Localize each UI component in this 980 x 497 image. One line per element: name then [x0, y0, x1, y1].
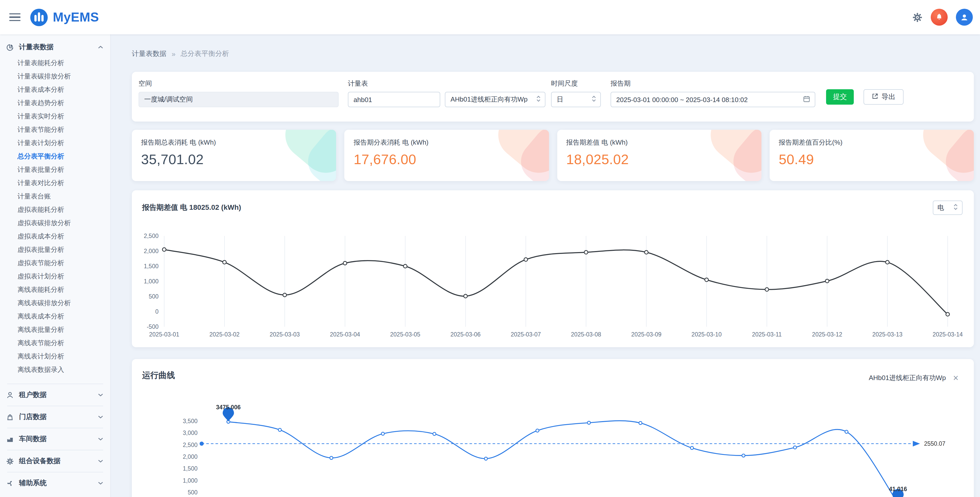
shop-icon — [6, 413, 14, 421]
sidebar-section-head[interactable]: 门店数据 — [0, 409, 110, 425]
sidebar-item[interactable]: 离线表碳排放分析 — [0, 297, 110, 310]
breadcrumb-parent[interactable]: 计量表数据 — [132, 49, 167, 59]
top-header: MyEMS — [0, 0, 980, 34]
sidebar-divider — [7, 450, 103, 450]
svg-text:41.016: 41.016 — [889, 486, 907, 492]
granularity-filter-group: 时间尺度 日 — [551, 79, 601, 107]
sidebar-item[interactable]: 虚拟表成本分析 — [0, 230, 110, 243]
granularity-select[interactable]: 日 — [551, 92, 601, 107]
meter-filter-group: 计量表 AHb01进线柜正向有功Wp — [348, 79, 546, 107]
sidebar-item[interactable]: 计量表计划分析 — [0, 137, 110, 150]
svg-text:2550.07: 2550.07 — [924, 440, 945, 447]
stat-card-value: 35,701.02 — [141, 152, 327, 168]
close-icon[interactable]: × — [953, 373, 958, 383]
hamburger-menu-icon[interactable] — [9, 13, 21, 21]
svg-text:500: 500 — [149, 293, 159, 300]
sidebar-section-head[interactable]: 组合设备数据 — [0, 453, 110, 469]
sidebar-item[interactable]: 离线表成本分析 — [0, 310, 110, 323]
sidebar-items: 计量表能耗分析计量表碳排放分析计量表成本分析计量表趋势分析计量表实时分析计量表节… — [0, 55, 110, 381]
updown-arrows-icon — [536, 95, 541, 103]
filter-card: 空间 计量表 AHb01进线柜正向有功Wp 时间尺度 — [132, 72, 974, 122]
sidebar-item[interactable]: 虚拟表计划分析 — [0, 270, 110, 283]
granularity-label: 时间尺度 — [551, 79, 601, 88]
svg-text:2,500: 2,500 — [144, 233, 159, 239]
fan-icon — [6, 479, 14, 487]
sidebar-item[interactable]: 离线表批量分析 — [0, 323, 110, 337]
sidebar-item[interactable]: 总分表平衡分析 — [0, 150, 110, 163]
trend-chart-title: 运行曲线 — [142, 370, 175, 381]
sidebar-item[interactable]: 计量表台账 — [0, 190, 110, 203]
trend-chart-card: 运行曲线 AHb01进线柜正向有功Wp × 3,5003,0002,5002,0… — [132, 359, 974, 497]
sidebar-section-label: 计量表数据 — [19, 43, 93, 52]
sidebar-item[interactable]: 计量表批量分析 — [0, 163, 110, 176]
meter-label: 计量表 — [348, 79, 546, 88]
submit-button[interactable]: 提交 — [826, 89, 854, 105]
sidebar-item[interactable]: 计量表成本分析 — [0, 83, 110, 97]
period-filter-group: 报告期 2025-03-01 00:00:00 ~ 2025-03-14 08:… — [611, 79, 815, 107]
svg-text:2025-03-09: 2025-03-09 — [632, 331, 662, 338]
export-button[interactable]: 导出 — [864, 89, 904, 105]
sidebar-item[interactable]: 离线表计划分析 — [0, 350, 110, 363]
settings-gear-icon[interactable] — [912, 12, 923, 22]
notifications-bell-icon[interactable] — [931, 9, 948, 25]
chevron-down-icon — [98, 438, 103, 441]
sidebar-section-head[interactable]: 计量表数据 — [0, 40, 110, 55]
sidebar-item[interactable]: 计量表趋势分析 — [0, 97, 110, 110]
calendar-icon — [803, 95, 810, 104]
chevron-down-icon — [98, 394, 103, 397]
brand-logo[interactable]: MyEMS — [30, 8, 99, 26]
myems-logo-icon — [30, 8, 48, 26]
header-actions — [912, 9, 973, 25]
sidebar-section-head[interactable]: 租户数据 — [0, 387, 110, 403]
space-label: 空间 — [138, 79, 339, 88]
svg-text:2025-03-11: 2025-03-11 — [752, 331, 782, 338]
sidebar-item[interactable]: 计量表实时分析 — [0, 110, 110, 123]
user-avatar[interactable] — [956, 9, 973, 25]
svg-text:2,500: 2,500 — [183, 441, 197, 448]
sidebar-item[interactable]: 虚拟表批量分析 — [0, 243, 110, 256]
sidebar-item[interactable]: 计量表对比分析 — [0, 176, 110, 190]
meter-select[interactable]: AHb01进线柜正向有功Wp — [445, 92, 546, 107]
series-name: AHb01进线柜正向有功Wp — [869, 373, 946, 383]
reporting-period-input[interactable]: 2025-03-01 00:00:00 ~ 2025-03-14 08:10:0… — [611, 92, 815, 107]
sidebar-section-head[interactable]: 车间数据 — [0, 431, 110, 447]
svg-text:-500: -500 — [147, 323, 159, 330]
meter-search-input[interactable] — [348, 92, 440, 107]
sidebar-item[interactable]: 离线表数据录入 — [0, 363, 110, 376]
user-icon — [6, 391, 14, 399]
sidebar-divider — [7, 472, 103, 472]
svg-text:2,000: 2,000 — [144, 248, 159, 254]
energy-category-select[interactable]: 电 — [933, 200, 963, 215]
stat-card-value: 18,025.02 — [566, 152, 752, 168]
updown-arrows-icon — [953, 203, 958, 212]
space-filter-group: 空间 — [138, 79, 339, 107]
sidebar-section-head[interactable]: 辅助系统 — [0, 475, 110, 491]
svg-text:2025-03-08: 2025-03-08 — [571, 331, 601, 338]
series-tag: AHb01进线柜正向有功Wp × — [869, 373, 958, 383]
sidebar-section-label: 车间数据 — [19, 434, 93, 444]
pie-chart-icon — [6, 43, 14, 51]
sidebar-item[interactable]: 离线表能耗分析 — [0, 283, 110, 297]
space-input[interactable] — [138, 92, 339, 107]
sidebar-divider — [7, 384, 103, 384]
chevron-up-icon — [98, 46, 103, 49]
sidebar-item[interactable]: 计量表碳排放分析 — [0, 70, 110, 83]
sidebar-item[interactable]: 虚拟表节能分析 — [0, 256, 110, 270]
sidebar-item[interactable]: 虚拟表碳排放分析 — [0, 216, 110, 230]
stat-card-2: 报告期差值 电 (kWh)18,025.02 — [557, 130, 761, 181]
stat-card-title: 报告期差值百分比(%) — [779, 138, 965, 147]
main-content: 计量表数据 » 总分表平衡分析 空间 计量表 AHb01进线柜正向有功Wp — [111, 34, 980, 497]
stat-card-1: 报告期分表消耗 电 (kWh)17,676.00 — [345, 130, 549, 181]
sidebar-item[interactable]: 离线表节能分析 — [0, 337, 110, 350]
stat-cards-row: 报告期总表消耗 电 (kWh)35,701.02报告期分表消耗 电 (kWh)1… — [132, 130, 974, 181]
stat-card-title: 报告期差值 电 (kWh) — [566, 138, 752, 147]
difference-chart-svg: 2025-03-012025-03-022025-03-032025-03-04… — [142, 222, 964, 340]
sidebar-item[interactable]: 虚拟表能耗分析 — [0, 203, 110, 216]
sidebar-item[interactable]: 计量表节能分析 — [0, 123, 110, 137]
stat-card-title: 报告期分表消耗 电 (kWh) — [354, 138, 540, 147]
svg-text:2025-03-01: 2025-03-01 — [149, 331, 179, 338]
stat-card-title: 报告期总表消耗 电 (kWh) — [141, 138, 327, 147]
svg-text:2025-03-12: 2025-03-12 — [812, 331, 842, 338]
sidebar-item[interactable]: 计量表能耗分析 — [0, 56, 110, 70]
stat-card-0: 报告期总表消耗 电 (kWh)35,701.02 — [132, 130, 336, 181]
